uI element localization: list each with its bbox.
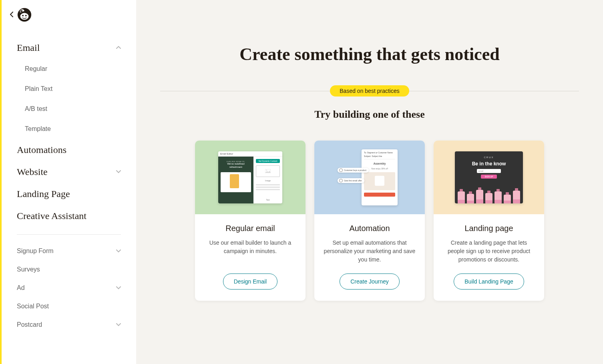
nav-item-creative-assistant[interactable]: Creative Assistant [17,205,121,227]
best-practices-badge: Based on best practices [330,85,409,97]
nav-label: Postcard [17,321,42,328]
card-title: Landing page [442,224,536,233]
email-editor-thumb: Email Editor CURLING SODA CO. We've rede… [218,151,282,203]
sidebar: Email Regular Plain Text A/B test Templa… [0,0,136,364]
nav-sub-regular[interactable]: Regular [25,59,121,79]
nav-label: Landing Page [17,189,70,199]
nav-sub-ab-test[interactable]: A/B test [25,99,121,119]
svg-point-3 [25,15,27,16]
card-automation: To: Segment or Customer Name Subject: Su… [314,141,425,301]
svg-point-6 [266,170,267,171]
nav: Email Regular Plain Text A/B test Templa… [2,30,136,334]
svg-point-4 [20,10,23,12]
nav-label: Creative Assistant [17,211,86,221]
badge-divider: Based on best practices [160,85,579,97]
build-landing-page-button[interactable]: Build Landing Page [454,274,524,290]
main-content: Create something that gets noticed Based… [136,0,603,364]
svg-point-1 [20,13,29,20]
design-email-button[interactable]: Design Email [223,274,277,290]
chevron-down-icon [116,285,121,291]
card-title: Regular email [203,224,297,233]
card-landing-page: CRUX Be in the know email SIGN UP Landin… [434,141,544,301]
nav-sub-template[interactable]: Template [25,119,121,139]
svg-point-2 [22,15,24,16]
card-thumbnail: To: Segment or Customer Name Subject: Su… [314,141,425,214]
nav-item-automations[interactable]: Automations [17,139,121,161]
nav-label: Surveys [17,266,40,273]
nav-label: Email [17,42,40,53]
mailchimp-logo-icon[interactable] [17,7,32,22]
nav-item-email[interactable]: Email [17,37,121,59]
nav-label: Signup Form [17,247,54,255]
card-row: Email Editor CURLING SODA CO. We've rede… [160,141,579,301]
chevron-up-icon [116,45,121,51]
nav-email-submenu: Regular Plain Text A/B test Template [17,59,121,139]
chevron-down-icon [116,248,121,254]
nav-item-postcard[interactable]: Postcard [17,316,121,334]
sidebar-header [2,0,136,30]
nav-item-social-post[interactable]: Social Post [17,297,121,316]
card-regular-email: Email Editor CURLING SODA CO. We've rede… [195,141,306,301]
nav-item-website[interactable]: Website [17,161,121,183]
card-desc: Use our email builder to launch a campai… [203,239,297,264]
nav-label: Ad [17,284,25,292]
nav-item-signup-form[interactable]: Signup Form [17,242,121,260]
create-journey-button[interactable]: Create Journey [340,274,400,290]
card-title: Automation [322,224,417,233]
nav-label: Social Post [17,303,49,310]
hero-title: Create something that gets noticed [229,44,510,65]
landing-page-thumb: CRUX Be in the know email SIGN UP [455,151,523,203]
nav-divider [17,234,121,235]
card-desc: Set up email automations that personaliz… [322,239,417,264]
nav-sub-plain-text[interactable]: Plain Text [25,79,121,99]
chevron-down-icon [116,322,121,328]
nav-item-landing-page[interactable]: Landing Page [17,183,121,205]
subtitle: Try building one of these [160,109,579,121]
nav-item-surveys[interactable]: Surveys [17,260,121,279]
nav-label: Automations [17,145,66,155]
chevron-down-icon [116,169,121,175]
card-thumbnail: CRUX Be in the know email SIGN UP [434,141,544,214]
card-desc: Create a landing page that lets people s… [442,239,536,264]
back-icon[interactable] [10,11,17,19]
nav-label: Website [17,167,48,177]
card-thumbnail: Email Editor CURLING SODA CO. We've rede… [195,141,306,214]
automation-thumb: To: Segment or Customer Name Subject: Su… [338,149,402,205]
nav-item-ad[interactable]: Ad [17,279,121,297]
